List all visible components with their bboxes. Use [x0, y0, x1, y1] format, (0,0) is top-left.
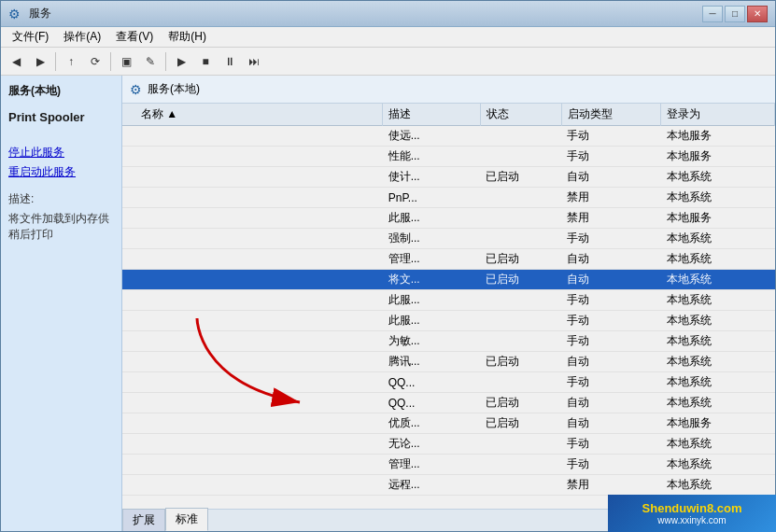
watermark: Shenduwin8.com www.xxinyk.com	[608, 495, 776, 532]
left-panel: 服务(本地) Print Spooler 停止此服务 重启动此服务 描述: 将文…	[1, 76, 122, 531]
service-startup: 手动	[561, 331, 660, 352]
restart-button[interactable]: ⏭	[243, 50, 265, 73]
col-header-name[interactable]: 名称 ▲	[122, 104, 383, 126]
tab-standard[interactable]: 标准	[165, 508, 208, 531]
service-status	[480, 372, 561, 393]
table-row[interactable]: ⚙Power管理...已启动自动本地系统	[122, 249, 775, 270]
service-status: 已启动	[480, 393, 561, 413]
service-desc: 此服...	[383, 208, 481, 229]
service-login: 本地服务	[661, 147, 775, 167]
table-row[interactable]: ⚙Remote Access ...管理...手动本地系统	[122, 455, 775, 475]
service-status	[480, 208, 561, 229]
col-header-status[interactable]: 状态	[480, 104, 561, 126]
table-row[interactable]: ⚙Remote Deskto...远程...禁用本地系统	[122, 475, 775, 496]
table-row[interactable]: ⚙Quality Windows...优质...已启动自动本地服务	[122, 413, 775, 434]
stop-service-link[interactable]: 停止此服务	[8, 145, 114, 161]
forward-button[interactable]: ▶	[29, 50, 51, 73]
col-header-login[interactable]: 登录为	[661, 104, 775, 126]
right-header-icon: ⚙	[130, 82, 142, 97]
service-login: 本地系统	[661, 167, 775, 188]
col-header-desc[interactable]: 描述	[383, 104, 481, 126]
table-row[interactable]: ⚙Portable Device ...强制...手动本地系统	[122, 229, 775, 249]
table-row[interactable]: ⚙QQMusicServiceQQ...手动本地系统	[122, 372, 775, 393]
tab-extended[interactable]: 扩展	[122, 509, 165, 531]
service-status: 已启动	[480, 413, 561, 434]
service-desc: QQ...	[383, 372, 481, 393]
maximize-button[interactable]: □	[725, 6, 745, 22]
service-status	[480, 475, 561, 496]
service-startup: 自动	[561, 270, 660, 290]
back-button[interactable]: ◀	[5, 50, 27, 73]
service-startup: 禁用	[561, 208, 660, 229]
desc-text: 将文件加载到内存供稍后打印	[8, 211, 114, 243]
export-button[interactable]: ✎	[139, 50, 162, 73]
menu-action[interactable]: 操作(A)	[56, 27, 108, 47]
stop-button[interactable]: ■	[194, 50, 217, 73]
menu-file[interactable]: 文件(F)	[5, 27, 56, 47]
service-startup: 手动	[561, 455, 660, 475]
restart-service-link[interactable]: 重启动此服务	[8, 164, 114, 180]
toolbar-sep-1	[55, 52, 56, 71]
table-row[interactable]: ⚙Performance Co...使远...手动本地服务	[122, 126, 775, 147]
service-startup: 自动	[561, 249, 660, 270]
service-login: 本地系统	[661, 475, 775, 496]
service-status: 已启动	[480, 270, 561, 290]
service-startup: 自动	[561, 352, 660, 372]
table-body: ⚙Performance Co...使远...手动本地服务⚙Performanc…	[122, 126, 775, 496]
left-panel-title: 服务(本地)	[8, 83, 114, 99]
table-header-row: 名称 ▲ 描述 状态 启动类型 登录为	[122, 104, 775, 126]
service-status	[480, 311, 561, 331]
service-desc: 为敏...	[383, 331, 481, 352]
refresh-button[interactable]: ⟳	[84, 50, 106, 73]
service-startup: 禁用	[561, 475, 660, 496]
service-startup: 手动	[561, 311, 660, 331]
service-login: 本地系统	[661, 352, 775, 372]
service-login: 本地系统	[661, 434, 775, 455]
table-row[interactable]: ⚙QQPCMgr RTP S...QQ...已启动自动本地系统	[122, 393, 775, 413]
service-status: 已启动	[480, 352, 561, 372]
service-status: 已启动	[480, 249, 561, 270]
right-header: ⚙ 服务(本地)	[122, 76, 775, 104]
table-row[interactable]: ⚙Plug and Play使计...已启动自动本地系统	[122, 167, 775, 188]
table-row[interactable]: ⚙Remote Access ...无论...手动本地系统	[122, 434, 775, 455]
table-container[interactable]: 名称 ▲ 描述 状态 启动类型 登录为 ⚙Performance Co...使远…	[122, 104, 775, 496]
service-status: 已启动	[480, 167, 561, 188]
service-desc: 无论...	[383, 434, 481, 455]
main-content: 服务(本地) Print Spooler 停止此服务 重启动此服务 描述: 将文…	[1, 76, 775, 531]
desc-label: 描述:	[8, 191, 114, 207]
up-button[interactable]: ↑	[60, 50, 82, 73]
minimize-button[interactable]: ─	[702, 6, 723, 22]
table-row[interactable]: ⚙PNRP Machine ...此服...禁用本地服务	[122, 208, 775, 229]
close-button[interactable]: ✕	[747, 6, 768, 22]
service-login: 本地系统	[661, 393, 775, 413]
selected-service-name: Print Spooler	[8, 110, 114, 124]
table-wrapper: 名称 ▲ 描述 状态 启动类型 登录为 ⚙Performance Co...使远…	[122, 104, 775, 509]
right-panel: ⚙ 服务(本地) 名称 ▲ 描述 状态 启动类型 登录为	[122, 76, 775, 531]
service-startup: 手动	[561, 372, 660, 393]
service-status	[480, 455, 561, 475]
table-row[interactable]: ⚙Print Spooler将文...已启动自动本地系统	[122, 270, 775, 290]
table-row[interactable]: ⚙Protected Storage为敏...手动本地系统	[122, 331, 775, 352]
table-row[interactable]: ⚙Program Compa...此服...手动本地系统	[122, 311, 775, 331]
table-row[interactable]: ⚙PnP-X IP Bus En...PnP...禁用本地系统	[122, 188, 775, 208]
service-desc: 性能...	[383, 147, 481, 167]
service-login: 本地系统	[661, 188, 775, 208]
start-button[interactable]: ▶	[170, 50, 192, 73]
service-status	[480, 331, 561, 352]
table-row[interactable]: ⚙Performance Lo...性能...手动本地服务	[122, 147, 775, 167]
table-row[interactable]: ⚙QPCore Service腾讯...已启动自动本地系统	[122, 352, 775, 372]
service-status	[480, 147, 561, 167]
menu-view[interactable]: 查看(V)	[108, 27, 161, 47]
table-row[interactable]: ⚙Problem Report...此服...手动本地系统	[122, 290, 775, 311]
pause-button[interactable]: ⏸	[219, 50, 241, 73]
menu-bar: 文件(F) 操作(A) 查看(V) 帮助(H)	[1, 27, 775, 48]
title-bar-buttons: ─ □ ✕	[702, 6, 768, 22]
service-desc: 管理...	[383, 455, 481, 475]
menu-help[interactable]: 帮助(H)	[161, 27, 214, 47]
service-startup: 手动	[561, 434, 660, 455]
service-login: 本地系统	[661, 229, 775, 249]
window-icon: ⚙	[8, 7, 23, 21]
col-header-startup[interactable]: 启动类型	[561, 104, 660, 126]
show-hide-button[interactable]: ▣	[115, 50, 137, 73]
services-table: 名称 ▲ 描述 状态 启动类型 登录为 ⚙Performance Co...使远…	[122, 104, 775, 496]
